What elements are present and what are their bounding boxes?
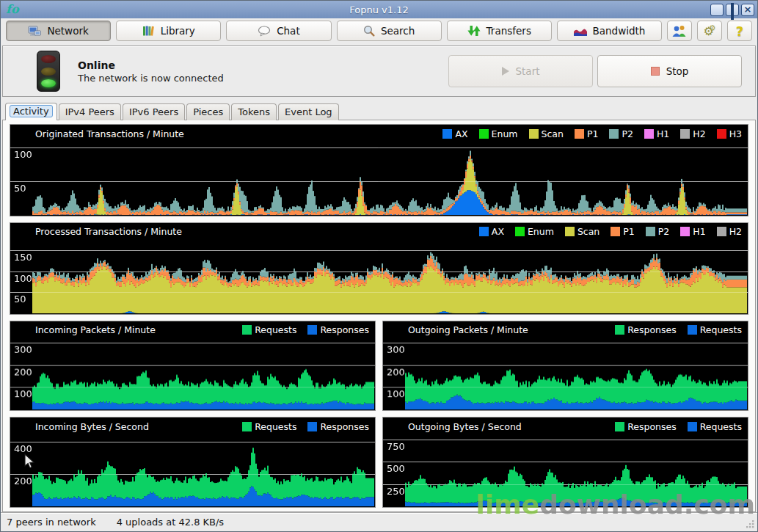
stop-button[interactable]: Stop xyxy=(597,55,742,87)
chart-title: Incoming Packets / Minute xyxy=(35,324,156,335)
toolbar-button-network[interactable]: Network xyxy=(6,21,111,41)
toolbar-label: Search xyxy=(381,25,415,37)
legend-label: H1 xyxy=(693,226,705,237)
chart-panel-outgoing-packets: Outgoing Packets / Minute ResponsesReque… xyxy=(382,321,748,412)
tab-activity[interactable]: Activity xyxy=(5,103,57,120)
tab-ipv6-peers[interactable]: IPv6 Peers xyxy=(123,103,185,120)
chart-legend: ResponsesRequests xyxy=(604,421,742,432)
chart-title: Originated Transactions / Minute xyxy=(35,128,184,139)
legend-label: Responses xyxy=(320,324,369,335)
connection-panel: Online The network is now connected Star… xyxy=(2,45,756,97)
toolbar-button-chat[interactable]: Chat xyxy=(226,21,331,41)
stop-label: Stop xyxy=(666,65,689,77)
chart-canvas-incoming-bytes xyxy=(10,433,375,507)
legend-swatch-ax xyxy=(479,227,489,236)
chart-legend: ResponsesRequests xyxy=(604,324,742,335)
legend-swatch-p1 xyxy=(611,227,620,236)
tabbar: Activity IPv4 Peers IPv6 Peers Pieces To… xyxy=(1,100,757,120)
legend-label: Responses xyxy=(320,421,369,432)
tab-ipv4-peers[interactable]: IPv4 Peers xyxy=(59,103,121,120)
toolbar-button-library[interactable]: Library xyxy=(116,21,221,41)
legend-swatch-h3 xyxy=(717,129,726,139)
legend-label: P2 xyxy=(622,128,633,139)
chart-panel-outgoing-bytes: Outgoing Bytes / Second ResponsesRequest… xyxy=(382,417,748,508)
toolbar-label: Network xyxy=(47,25,88,37)
start-button[interactable]: Start xyxy=(448,55,593,87)
resize-grip[interactable] xyxy=(746,520,755,529)
help-icon: ? xyxy=(736,23,743,39)
network-icon xyxy=(28,26,41,37)
red-lamp-icon xyxy=(41,55,56,63)
legend-label: Enum xyxy=(492,128,518,139)
search-icon xyxy=(363,25,375,37)
toolbar-button-transfers[interactable]: Transfers xyxy=(447,21,552,41)
maximize-icon xyxy=(731,3,734,20)
play-icon xyxy=(502,67,509,76)
transfers-icon xyxy=(467,25,481,37)
statusbar: 7 peers in network 4 uploads at 42.8 KB/… xyxy=(1,512,757,531)
toolbar-button-settings[interactable]: ⚙⚙ xyxy=(697,21,722,41)
legend-swatch-requests xyxy=(242,422,252,431)
legend-swatch-scan xyxy=(529,129,539,139)
green-lamp-icon xyxy=(41,79,56,87)
connection-status: Online xyxy=(78,59,224,71)
chart-canvas-originated-transactions xyxy=(10,140,748,216)
legend-label: Responses xyxy=(627,421,677,432)
close-button[interactable]: × xyxy=(741,4,754,16)
toolbar-button-search[interactable]: Search xyxy=(337,21,442,41)
chart-canvas-outgoing-packets xyxy=(383,337,748,411)
legend-label: H2 xyxy=(729,226,742,237)
chart-panel-originated-transactions: Originated Transactions / Minute AXEnumS… xyxy=(10,124,748,216)
legend-label: AX xyxy=(455,128,467,139)
chart-legend: RequestsResponses xyxy=(231,421,369,432)
legend-swatch-responses xyxy=(307,422,317,431)
tab-pieces[interactable]: Pieces xyxy=(186,103,230,120)
legend-label: H3 xyxy=(729,128,742,139)
legend-label: Responses xyxy=(627,324,677,335)
toolbar-button-bandwidth[interactable]: Bandwidth xyxy=(557,21,662,41)
toolbar: Network Library Chat Search Transfers Ba… xyxy=(1,18,757,44)
tab-label: Pieces xyxy=(193,106,223,117)
toolbar-label: Chat xyxy=(277,25,300,37)
tab-label: Activity xyxy=(10,105,53,117)
legend-label: P1 xyxy=(623,226,635,237)
minimize-button[interactable] xyxy=(710,4,724,16)
toolbar-button-users[interactable] xyxy=(667,21,692,41)
chart-canvas-incoming-packets xyxy=(10,337,375,411)
tab-label: IPv6 Peers xyxy=(129,106,178,117)
legend-label: Requests xyxy=(255,324,296,335)
tab-tokens[interactable]: Tokens xyxy=(231,103,277,120)
tab-label: IPv4 Peers xyxy=(65,106,114,117)
chart-panel-incoming-packets: Incoming Packets / Minute RequestsRespon… xyxy=(10,321,376,412)
users-icon xyxy=(671,24,688,37)
traffic-light-icon xyxy=(37,51,60,92)
tab-label: Tokens xyxy=(238,106,270,117)
legend-label: Requests xyxy=(255,421,296,432)
legend-label: Scan xyxy=(542,128,564,139)
legend-label: H2 xyxy=(693,128,705,139)
tab-event-log[interactable]: Event Log xyxy=(278,103,339,120)
legend-swatch-responses xyxy=(615,325,624,335)
titlebar: fo Fopnu v1.12 × xyxy=(1,1,757,18)
bandwidth-icon xyxy=(574,26,587,36)
legend-label: Requests xyxy=(700,421,742,432)
tab-label: Event Log xyxy=(285,106,332,117)
window-title: Fopnu v1.12 xyxy=(1,4,757,15)
toolbar-button-help[interactable]: ? xyxy=(727,21,752,41)
peers-count: 7 peers in network xyxy=(7,517,96,528)
legend-swatch-h2 xyxy=(717,227,726,236)
legend-swatch-p2 xyxy=(646,227,655,236)
legend-swatch-requests xyxy=(242,325,252,335)
chart-title: Outgoing Bytes / Second xyxy=(408,421,522,432)
stop-icon xyxy=(651,67,660,76)
maximize-button[interactable] xyxy=(726,4,739,16)
chart-title: Outgoing Packets / Minute xyxy=(408,324,528,335)
legend-label: Scan xyxy=(577,226,600,237)
legend-swatch-h1 xyxy=(644,129,654,139)
legend-swatch-enum xyxy=(479,129,489,139)
legend-swatch-requests xyxy=(688,325,697,335)
legend-swatch-ax xyxy=(442,129,452,139)
chart-canvas-outgoing-bytes xyxy=(383,433,748,507)
connection-message: The network is now connected xyxy=(78,73,224,84)
legend-swatch-requests xyxy=(688,422,697,431)
